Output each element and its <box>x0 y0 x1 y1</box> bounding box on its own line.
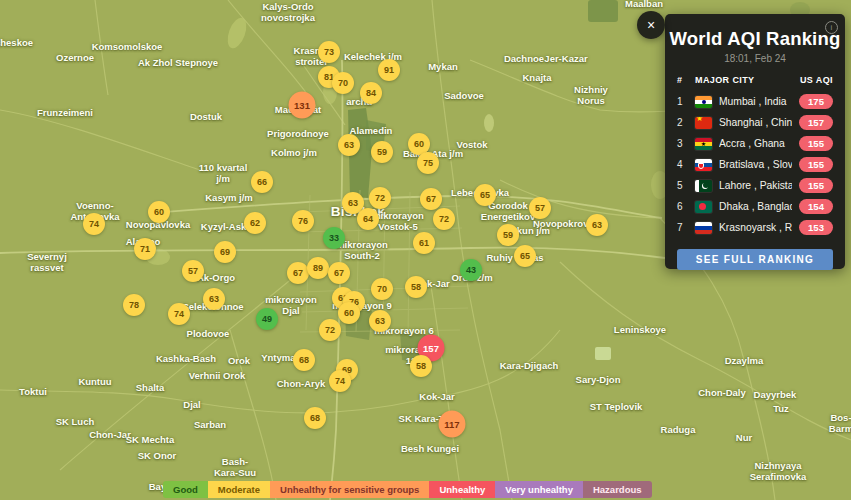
aqi-marker[interactable]: 75 <box>417 152 439 174</box>
ranking-row[interactable]: 6Dhaka , Bangladesh154 <box>677 196 833 217</box>
aqi-marker[interactable]: 62 <box>244 212 266 234</box>
aqi-marker[interactable]: 117 <box>439 411 466 438</box>
city-name: Bratislava , Slovakia <box>719 159 792 170</box>
legend-chip: Moderate <box>208 481 270 498</box>
legend-chip: Good <box>163 481 208 498</box>
aqi-marker[interactable]: 63 <box>203 288 225 310</box>
aqi-marker[interactable]: 68 <box>304 407 326 429</box>
aqi-marker[interactable]: 57 <box>529 197 551 219</box>
aqi-marker[interactable]: 65 <box>514 245 536 267</box>
aqi-marker[interactable]: 67 <box>287 262 309 284</box>
aqi-marker[interactable]: 74 <box>329 370 351 392</box>
rank-number: 1 <box>677 96 688 107</box>
city-name: Accra , Ghana <box>719 138 792 149</box>
aqi-marker[interactable]: 64 <box>357 208 379 230</box>
aqi-marker[interactable]: 57 <box>182 260 204 282</box>
aqi-marker[interactable]: 67 <box>420 188 442 210</box>
legend-chip: Unhealthy for sensitive groups <box>270 481 429 498</box>
aqi-badge: 157 <box>799 115 833 130</box>
aqi-marker[interactable]: 63 <box>369 310 391 332</box>
flag-slovakia-icon <box>695 159 712 171</box>
city-name: Dhaka , Bangladesh <box>719 201 792 212</box>
col-aqi: US AQI <box>800 75 833 85</box>
aqi-marker[interactable]: 76 <box>292 210 314 232</box>
aqi-marker[interactable]: 72 <box>369 187 391 209</box>
city-name: Krasnoyarsk , Russia <box>719 222 792 233</box>
rank-number: 6 <box>677 201 688 212</box>
close-glyph: × <box>647 17 655 33</box>
ranking-row[interactable]: 3Accra , Ghana155 <box>677 133 833 154</box>
aqi-marker[interactable]: 60 <box>338 302 360 324</box>
aqi-marker[interactable]: 49 <box>256 308 278 330</box>
aqi-marker[interactable]: 60 <box>148 201 170 223</box>
aqi-marker[interactable]: 58 <box>410 355 432 377</box>
col-city: MAJOR CITY <box>695 75 800 85</box>
see-full-ranking-button[interactable]: SEE FULL RANKING <box>677 249 833 270</box>
legend-chip: Hazardous <box>583 481 652 498</box>
aqi-marker[interactable]: 63 <box>338 134 360 156</box>
aqi-marker[interactable]: 68 <box>293 349 315 371</box>
flag-india-icon <box>695 96 712 108</box>
close-icon[interactable]: × <box>637 11 665 39</box>
aqi-marker[interactable]: 67 <box>328 262 350 284</box>
legend-chip: Very unhealthy <box>495 481 583 498</box>
ranking-row[interactable]: 2Shanghai , China157 <box>677 112 833 133</box>
aqi-marker[interactable]: 78 <box>123 294 145 316</box>
aqi-marker[interactable]: 71 <box>134 238 156 260</box>
aqi-marker[interactable]: 70 <box>371 278 393 300</box>
aqi-marker[interactable]: 72 <box>319 319 341 341</box>
aqi-badge: 175 <box>799 94 833 109</box>
city-name: Mumbai , India <box>719 96 792 107</box>
city-name: Lahore , Pakistan <box>719 180 792 191</box>
flag-russia-icon <box>695 222 712 234</box>
aqi-marker[interactable]: 89 <box>307 257 329 279</box>
ranking-row[interactable]: 4Bratislava , Slovakia155 <box>677 154 833 175</box>
aqi-marker[interactable]: 33 <box>323 227 345 249</box>
aqi-badge: 154 <box>799 199 833 214</box>
aqi-marker[interactable]: 59 <box>497 224 519 246</box>
ranking-row[interactable]: 7Krasnoyarsk , Russia153 <box>677 217 833 238</box>
aqi-legend: GoodModerateUnhealthy for sensitive grou… <box>163 481 652 498</box>
aqi-marker[interactable]: 72 <box>433 208 455 230</box>
rank-number: 4 <box>677 159 688 170</box>
aqi-badge: 155 <box>799 178 833 193</box>
table-header: # MAJOR CITY US AQI <box>677 75 833 85</box>
rank-number: 3 <box>677 138 688 149</box>
aqi-marker[interactable]: 84 <box>360 82 382 104</box>
flag-bangladesh-icon <box>695 201 712 213</box>
aqi-marker[interactable]: 74 <box>168 303 190 325</box>
aqi-marker[interactable]: 65 <box>474 184 496 206</box>
aqi-badge: 155 <box>799 136 833 151</box>
aqi-marker[interactable]: 69 <box>214 241 236 263</box>
aqi-marker[interactable]: 70 <box>332 72 354 94</box>
aqi-badge: 155 <box>799 157 833 172</box>
panel-title: World AQI Ranking <box>665 28 845 50</box>
flag-ghana-icon <box>695 138 712 150</box>
ranking-row[interactable]: 5Lahore , Pakistan155 <box>677 175 833 196</box>
ranking-panel: i World AQI Ranking 18:01, Feb 24 # MAJO… <box>665 14 845 269</box>
aqi-marker[interactable]: 131 <box>289 92 316 119</box>
rank-number: 7 <box>677 222 688 233</box>
aqi-marker[interactable]: 66 <box>251 171 273 193</box>
aqi-marker[interactable]: 73 <box>318 41 340 63</box>
aqi-marker[interactable]: 59 <box>371 141 393 163</box>
ranking-row[interactable]: 1Mumbai , India175 <box>677 91 833 112</box>
flag-china-icon <box>695 117 712 129</box>
info-icon[interactable]: i <box>825 21 838 34</box>
aqi-marker[interactable]: 43 <box>460 259 482 281</box>
aqi-marker[interactable]: 74 <box>83 213 105 235</box>
aqi-marker[interactable]: 91 <box>378 59 400 81</box>
ranking-rows: 1Mumbai , India1752Shanghai , China1573A… <box>677 91 833 238</box>
city-name: Shanghai , China <box>719 117 792 128</box>
aqi-marker[interactable]: 61 <box>413 232 435 254</box>
aqi-marker[interactable]: 63 <box>586 214 608 236</box>
aqi-badge: 153 <box>799 220 833 235</box>
panel-timestamp: 18:01, Feb 24 <box>665 53 845 64</box>
aqi-marker[interactable]: 58 <box>405 276 427 298</box>
legend-chip: Unhealthy <box>429 481 495 498</box>
rank-number: 5 <box>677 180 688 191</box>
flag-pakistan-icon <box>695 180 712 192</box>
col-rank: # <box>677 75 695 85</box>
rank-number: 2 <box>677 117 688 128</box>
